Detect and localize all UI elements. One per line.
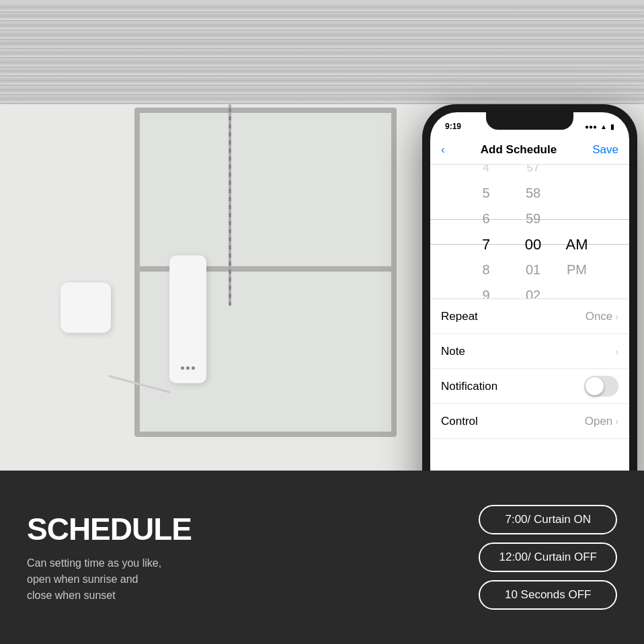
picker-ampm-empty3 xyxy=(557,206,597,232)
blind-slat xyxy=(0,78,644,85)
picker-min-00: 00 xyxy=(510,232,557,257)
time-picker[interactable]: 4 5 6 7 8 9 57 58 59 00 xyxy=(430,165,629,299)
app-title: Add Schedule xyxy=(481,143,557,157)
smart-hub-device xyxy=(61,282,111,333)
picker-ampm-empty2 xyxy=(557,181,597,206)
note-value-container: › xyxy=(615,346,618,357)
picker-ampm-empty4 xyxy=(557,283,597,300)
app-header: ‹ Add Schedule Save xyxy=(430,135,629,165)
picker-pm: PM xyxy=(557,257,597,283)
schedule-pill-seconds-off: 10 Seconds OFF xyxy=(479,580,617,610)
control-value: Open xyxy=(585,415,613,428)
bottom-section: SCHEDULE Can setting time as you like,op… xyxy=(0,471,644,644)
repeat-label: Repeat xyxy=(441,310,478,323)
curtain-chain xyxy=(229,104,231,306)
blind-slat xyxy=(0,87,644,94)
device-dot xyxy=(181,366,184,370)
schedule-pill-curtain-on: 7:00/ Curtain ON xyxy=(479,505,617,534)
note-chevron-icon: › xyxy=(615,346,618,357)
device-dot xyxy=(192,366,195,370)
picker-min-01: 01 xyxy=(510,257,557,283)
window-blinds xyxy=(0,0,644,108)
schedule-text-area: SCHEDULE Can setting time as you like,op… xyxy=(27,511,438,604)
picker-min-02: 02 xyxy=(510,283,557,300)
picker-hour-8: 8 xyxy=(462,257,510,283)
notification-row: Notification xyxy=(430,369,629,404)
toggle-knob xyxy=(586,377,604,395)
picker-columns: 4 5 6 7 8 9 57 58 59 00 xyxy=(430,165,629,299)
schedule-pills: 7:00/ Curtain ON 12:00/ Curtain OFF 10 S… xyxy=(479,505,617,610)
back-button[interactable]: ‹ xyxy=(441,143,445,157)
note-label: Note xyxy=(441,345,465,358)
blind-slat xyxy=(0,96,644,103)
blind-slat xyxy=(0,41,644,48)
picker-hour-6: 6 xyxy=(462,206,510,232)
phone-screen: 9:19 ●●● ▲ ▮ ‹ Add Schedule Save xyxy=(430,112,629,471)
picker-hour-9: 9 xyxy=(462,283,510,300)
blind-slat xyxy=(0,23,644,30)
phone-body: 9:19 ●●● ▲ ▮ ‹ Add Schedule Save xyxy=(422,104,637,471)
notification-toggle[interactable] xyxy=(584,376,618,397)
picker-min-58: 58 xyxy=(510,181,557,206)
control-row[interactable]: Control Open › xyxy=(430,404,629,439)
blind-slat xyxy=(0,50,644,57)
blind-slat xyxy=(0,5,644,11)
repeat-value-container: Once › xyxy=(586,310,618,323)
repeat-row[interactable]: Repeat Once › xyxy=(430,299,629,334)
repeat-value: Once xyxy=(586,310,613,323)
curtain-motor-device xyxy=(169,255,206,383)
picker-am: AM xyxy=(557,232,597,257)
picker-hour-column[interactable]: 4 5 6 7 8 9 xyxy=(462,165,510,299)
picker-min-57: 57 xyxy=(510,165,557,181)
note-row[interactable]: Note › xyxy=(430,334,629,369)
battery-icon: ▮ xyxy=(610,123,614,130)
blind-slat xyxy=(0,69,644,75)
notification-label: Notification xyxy=(441,380,497,393)
picker-minute-column[interactable]: 57 58 59 00 01 02 xyxy=(510,165,557,299)
blind-slat xyxy=(0,32,644,39)
control-chevron-icon: › xyxy=(615,416,618,427)
picker-hour-7: 7 xyxy=(462,232,510,257)
picker-ampm-empty1 xyxy=(557,165,597,181)
save-button[interactable]: Save xyxy=(592,143,618,157)
picker-min-59: 59 xyxy=(510,206,557,232)
schedule-title: SCHEDULE xyxy=(27,511,438,547)
status-icons: ●●● ▲ ▮ xyxy=(585,123,614,130)
device-indicator-dots xyxy=(181,366,195,370)
schedule-pill-curtain-off: 12:00/ Curtain OFF xyxy=(479,542,617,572)
phone-notch xyxy=(486,112,573,130)
signal-icon: ●●● xyxy=(585,123,597,130)
blind-slat xyxy=(0,13,644,20)
top-section: 9:19 ●●● ▲ ▮ ‹ Add Schedule Save xyxy=(0,0,644,471)
device-dot xyxy=(186,366,190,370)
blind-slat xyxy=(0,60,644,67)
status-time: 9:19 xyxy=(445,122,461,131)
settings-list: Repeat Once › Note › xyxy=(430,299,629,439)
repeat-chevron-icon: › xyxy=(615,311,618,322)
wifi-icon: ▲ xyxy=(600,123,607,130)
picker-hour-4: 4 xyxy=(462,165,510,181)
control-label: Control xyxy=(441,415,478,428)
control-value-container: Open › xyxy=(585,415,618,428)
picker-hour-5: 5 xyxy=(462,181,510,206)
schedule-description: Can setting time as you like,open when s… xyxy=(27,555,438,604)
phone-mockup: 9:19 ●●● ▲ ▮ ‹ Add Schedule Save xyxy=(415,104,644,471)
picker-ampm-column[interactable]: AM PM xyxy=(557,165,597,299)
